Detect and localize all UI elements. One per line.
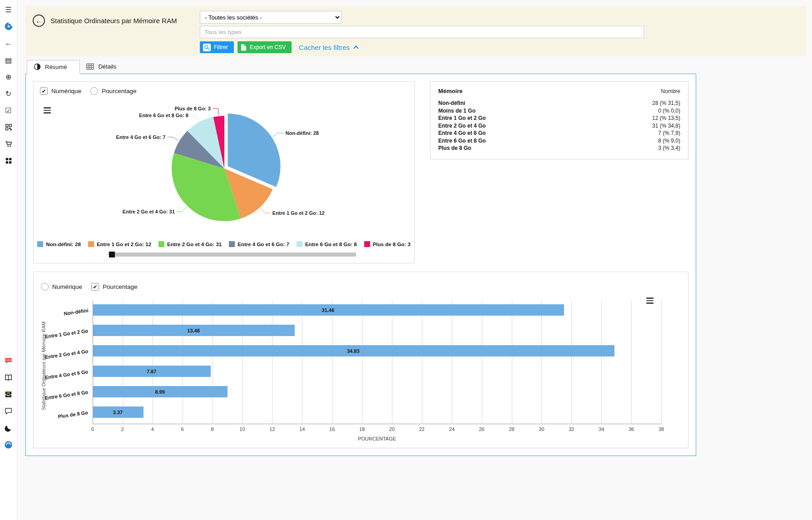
export-csv-button[interactable]: Export en CSV — [238, 41, 292, 53]
legend-swatch — [297, 241, 302, 247]
comment-icon[interactable] — [4, 406, 14, 416]
memoire-rows: Non-défini28 (% 31,5)Moins de 1 Go0 (% 0… — [438, 99, 680, 152]
x-tick-label: 36 — [629, 426, 634, 432]
legend-item[interactable]: Entre 4 Go et 6 Go: 7 — [229, 241, 289, 247]
legend-item[interactable]: Entre 6 Go et 8 Go: 8 — [297, 241, 357, 247]
scrollbar-track[interactable] — [109, 253, 356, 257]
type-filter-input[interactable] — [200, 26, 644, 38]
table-row: Entre 1 Go et 2 Go12 (% 13,5) — [438, 114, 680, 122]
export-csv-label: Export en CSV — [250, 44, 286, 50]
tab-resume[interactable]: Résumé — [27, 60, 80, 74]
gridline — [123, 301, 123, 424]
bar-value-label: 34.83 — [347, 348, 360, 354]
memory-range-label: Non-défini — [438, 99, 465, 107]
logo-icon[interactable] — [4, 21, 14, 31]
memory-table-panel: Mémoire Nombre Non-défini28 (% 31,5)Moin… — [430, 81, 688, 159]
bottom-logo-icon[interactable] — [4, 440, 14, 450]
pie-percent-option[interactable]: Pourcentage — [90, 87, 137, 95]
legend-item[interactable]: Entre 1 Go et 2 Go: 12 — [88, 241, 151, 247]
legend-swatch — [158, 241, 164, 247]
legend-swatch — [364, 241, 370, 247]
x-tick-label: 34 — [599, 426, 604, 432]
memory-count-value: 8 (% 9,0) — [658, 137, 680, 145]
bar-value-label: 7.87 — [147, 369, 156, 374]
gridline — [571, 301, 572, 424]
numeric-checkbox[interactable]: ✔ — [40, 87, 48, 95]
legend-swatch — [88, 241, 94, 247]
gridline — [242, 301, 243, 424]
book-icon[interactable] — [4, 372, 14, 382]
gridline — [183, 301, 183, 424]
tab-details[interactable]: Détails — [80, 60, 129, 74]
filter-header: ← Statistique Ordinateurs par Mémoire RA… — [25, 6, 807, 56]
apps-icon[interactable] — [4, 156, 14, 166]
chart-range-scrollbar[interactable] — [109, 252, 356, 258]
x-tick-label: 12 — [269, 426, 275, 432]
pie-label-line — [272, 133, 284, 137]
table-row: Entre 2 Go et 4 Go31 (% 34,8) — [438, 122, 680, 130]
back-button[interactable]: ← — [33, 15, 45, 27]
hide-filters-label: Cacher les filtres — [299, 44, 350, 51]
bar-numeric-option[interactable]: Numérique — [41, 283, 82, 291]
pie-slice-label: Entre 1 Go et 2 Go: 12 — [272, 210, 325, 216]
bar-x-axis-title: POURCENTAGE — [93, 436, 661, 441]
bar-percent-checkbox[interactable]: ✔ — [91, 283, 99, 291]
legend-swatch — [229, 241, 235, 247]
pie-chart: Non-défini: 28Entre 1 Go et 2 Go: 12Entr… — [34, 96, 415, 240]
table-row: Moins de 1 Go0 (% 0,0) — [438, 107, 680, 115]
hide-filters-link[interactable]: Cacher les filtres — [299, 44, 359, 51]
percent-radio[interactable] — [90, 87, 98, 95]
legend-item[interactable]: Plus de 8 Go: 3 — [364, 241, 411, 247]
bar-numeric-label: Numérique — [52, 283, 82, 290]
x-tick-label: 14 — [299, 426, 305, 432]
scrollbar-thumb[interactable] — [109, 252, 115, 258]
legend-swatch — [37, 241, 43, 247]
x-tick-label: 28 — [509, 426, 514, 432]
bar-chart-panel: Numérique ✔ Pourcentage Statistique Ordi… — [33, 272, 688, 448]
gridline — [302, 301, 302, 424]
content-panel: ✔ Numérique Pourcentage Non-défini: 28En… — [25, 74, 696, 456]
add-icon[interactable]: ⊕ — [4, 72, 14, 82]
pie-numeric-option[interactable]: ✔ Numérique — [40, 87, 81, 95]
bar-category-label: Plus de 8 Go — [58, 410, 89, 419]
memory-table-title: Mémoire — [438, 88, 462, 94]
pie-chart-icon — [34, 63, 41, 70]
cart-icon[interactable] — [4, 139, 14, 149]
bar-category-label: Entre 1 Go et 2 Go — [45, 328, 89, 339]
menu-icon[interactable]: ☰ — [4, 5, 14, 15]
memory-range-label: Moins de 1 Go — [438, 107, 475, 115]
memory-count-value: 0 (% 0,0) — [658, 107, 680, 115]
legend-item[interactable]: Non-défini: 28 — [37, 241, 81, 247]
filter-button[interactable]: Filtrer — [200, 41, 234, 53]
memory-range-label: Entre 6 Go et 8 Go — [438, 137, 486, 145]
gridline — [362, 301, 362, 424]
dark-mode-icon[interactable] — [4, 423, 14, 433]
memory-count-value: 31 (% 34,8) — [652, 122, 680, 130]
memory-count-value: 12 (% 13,5) — [652, 114, 680, 122]
x-tick-label: 4 — [151, 426, 154, 432]
journal-icon[interactable]: ▤ — [4, 55, 14, 65]
sync-icon[interactable]: ↻ — [4, 89, 14, 99]
inbox-icon[interactable] — [4, 389, 14, 399]
legend-item[interactable]: Entre 2 Go et 4 Go: 31 — [158, 241, 222, 247]
numeric-label: Numérique — [51, 88, 81, 94]
pie-label-line — [261, 208, 271, 213]
bar-percent-option[interactable]: ✔ Pourcentage — [91, 283, 138, 291]
qr-code-icon[interactable] — [4, 122, 14, 132]
table-row: Entre 6 Go et 8 Go8 (% 9,0) — [438, 137, 680, 145]
back-icon[interactable]: ← — [4, 38, 14, 48]
filter-button-label: Filtrer — [214, 44, 228, 50]
pie-chart-menu-icon[interactable] — [42, 105, 53, 115]
gridline — [272, 301, 272, 424]
chat-icon[interactable] — [4, 356, 14, 366]
memory-count-value: 3 (% 3,4) — [658, 144, 680, 152]
pie-slice-label: Entre 6 Go et 8 Go: 8 — [139, 113, 188, 118]
x-tick-label: 2 — [121, 426, 124, 432]
bar-category-label: Entre 4 Go et 6 Go — [45, 369, 89, 380]
gridline — [392, 301, 392, 424]
task-icon[interactable]: ☑ — [4, 105, 14, 115]
bar-percent-label: Pourcentage — [103, 283, 138, 290]
memory-count-value: 28 (% 31,5) — [652, 99, 680, 107]
page-title: Statistique Ordinateurs par Mémoire RAM — [50, 17, 177, 25]
company-select[interactable]: - Toutes les sociétés - — [200, 11, 342, 24]
